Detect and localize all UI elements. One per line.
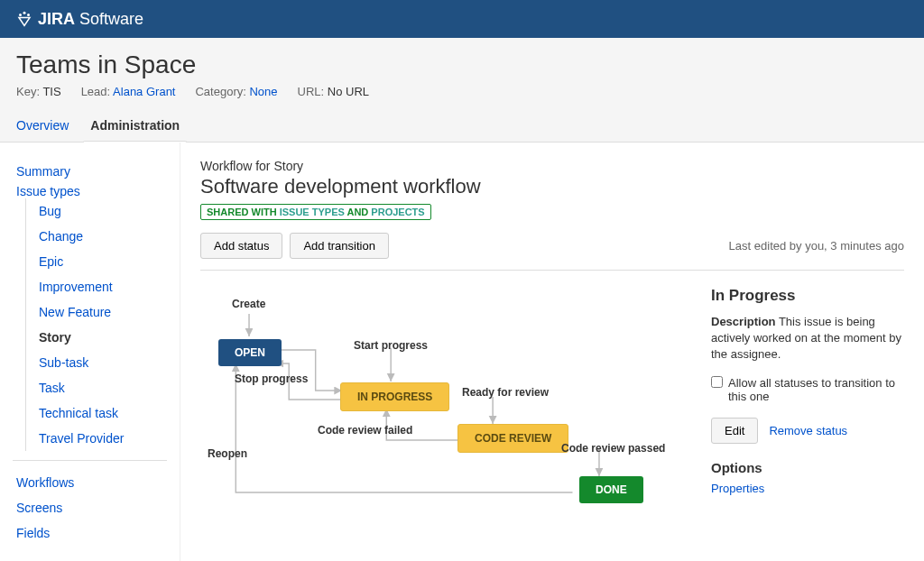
svg-point-1 <box>23 12 26 14</box>
sidebar-workflows[interactable]: Workflows <box>13 470 167 495</box>
sidebar-item-story[interactable]: Story <box>35 325 167 350</box>
sidebar-item-sub-task[interactable]: Sub-task <box>35 350 167 375</box>
project-meta: Key: TIS Lead: Alana Grant Category: Non… <box>16 85 908 98</box>
sidebar-item-new-feature[interactable]: New Feature <box>35 299 167 325</box>
edit-button[interactable]: Edit <box>711 418 758 444</box>
transition-reopen[interactable]: Reopen <box>208 447 247 460</box>
transition-start-progress[interactable]: Start progress <box>354 339 428 352</box>
svg-point-0 <box>19 14 22 16</box>
svg-point-2 <box>27 14 30 16</box>
remove-status-link[interactable]: Remove status <box>769 424 847 437</box>
shared-join: AND <box>345 207 372 217</box>
brand-light: Software <box>75 10 143 28</box>
transition-code-review-failed[interactable]: Code review failed <box>318 424 412 437</box>
workflow-subtitle: Workflow for Story <box>200 159 904 173</box>
panel-heading: In Progress <box>711 287 904 305</box>
category-label: Category: <box>195 85 245 98</box>
transition-code-review-passed[interactable]: Code review passed <box>561 442 665 455</box>
sidebar-screens[interactable]: Screens <box>13 495 167 520</box>
project-title: Teams in Space <box>16 51 908 79</box>
sidebar-item-improvement[interactable]: Improvement <box>35 274 167 299</box>
content: Workflow for Story Software development … <box>180 143 924 561</box>
add-transition-button[interactable]: Add transition <box>290 233 389 259</box>
transition-stop-progress[interactable]: Stop progress <box>235 372 308 385</box>
lead-link[interactable]: Alana Grant <box>113 85 175 98</box>
allow-all-checkbox[interactable] <box>711 376 723 388</box>
project-tabs: Overview Administration <box>16 111 908 142</box>
tab-administration[interactable]: Administration <box>90 111 180 142</box>
last-edited: Last edited by you, 3 minutes ago <box>729 239 904 253</box>
tab-overview[interactable]: Overview <box>16 111 69 142</box>
key-value: TIS <box>42 85 60 98</box>
lead-label: Lead: <box>81 85 111 98</box>
workflow-diagram[interactable]: Create OPEN Start progress Stop progress… <box>200 287 697 539</box>
transition-ready-for-review[interactable]: Ready for review <box>462 386 549 399</box>
sidebar-fields[interactable]: Fields <box>13 520 167 546</box>
project-header: Teams in Space Key: TIS Lead: Alana Gran… <box>0 38 924 143</box>
status-open[interactable]: OPEN <box>218 339 282 366</box>
shared-badge: SHARED WITH ISSUE TYPES AND PROJECTS <box>200 204 431 220</box>
brand-bold: JIRA <box>38 10 75 28</box>
brand: JIRA Software <box>16 10 143 29</box>
allow-all-label: Allow all statuses to transition to this… <box>728 376 904 403</box>
sidebar-issue-types[interactable]: Issue types <box>13 179 84 204</box>
status-code-review[interactable]: CODE REVIEW <box>457 424 568 453</box>
workflow-toolbar: Add status Add transition Last edited by… <box>200 233 904 271</box>
options-heading: Options <box>711 460 904 475</box>
properties-link[interactable]: Properties <box>711 482 764 495</box>
sidebar: Summary Issue types BugChangeEpicImprove… <box>0 143 180 561</box>
status-detail-panel: In Progress Description This issue is be… <box>697 287 904 539</box>
add-status-button[interactable]: Add status <box>200 233 282 259</box>
url-value: No URL <box>328 85 369 98</box>
jira-logo-icon <box>16 11 32 27</box>
status-done[interactable]: DONE <box>579 476 643 503</box>
sidebar-item-epic[interactable]: Epic <box>35 249 167 274</box>
status-in-progress[interactable]: IN PROGRESS <box>340 382 449 411</box>
topbar: JIRA Software <box>0 0 924 38</box>
shared-prefix: SHARED WITH <box>207 207 280 217</box>
sidebar-item-technical-task[interactable]: Technical task <box>35 400 167 426</box>
panel-desc-label: Description <box>711 315 776 328</box>
key-label: Key: <box>16 85 40 98</box>
sidebar-item-task[interactable]: Task <box>35 375 167 400</box>
sidebar-item-change[interactable]: Change <box>35 224 167 249</box>
sidebar-item-travel-provider[interactable]: Travel Provider <box>35 426 167 451</box>
sidebar-divider <box>13 460 167 461</box>
transition-create[interactable]: Create <box>232 298 265 310</box>
shared-projects[interactable]: PROJECTS <box>371 207 424 217</box>
url-label: URL: <box>298 85 325 98</box>
category-link[interactable]: None <box>249 85 277 98</box>
workflow-title: Software development workflow <box>200 175 904 198</box>
shared-issue-types[interactable]: ISSUE TYPES <box>280 207 345 217</box>
allow-all-row[interactable]: Allow all statuses to transition to this… <box>711 376 904 403</box>
